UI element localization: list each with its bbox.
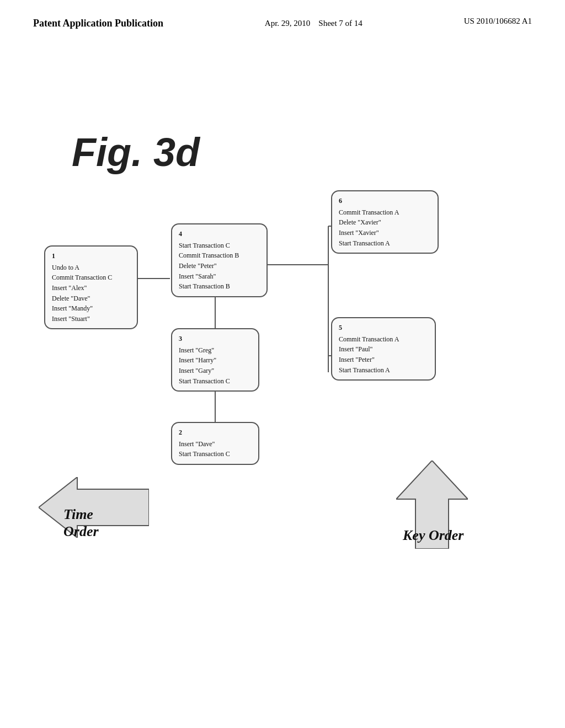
box-4: 4 Start Transaction C Commit Transaction… <box>171 223 268 297</box>
box-4-line-3: Delete "Peter" <box>179 261 260 271</box>
figure-label: Fig. 3d <box>72 130 200 175</box>
box-6-line-4: Start Transaction A <box>339 238 431 249</box>
patent-number: US 2010/106682 A1 <box>464 17 532 26</box>
box-4-line-5: Start Transaction B <box>179 281 260 292</box>
box-4-line-4: Insert "Sarah" <box>179 271 260 282</box>
box-5-number: 5 <box>339 323 428 333</box>
box-4-number: 4 <box>179 229 260 239</box>
box-2-number: 2 <box>179 427 252 438</box>
box-2-line-2: Start Transaction C <box>179 449 252 459</box>
box-1-number: 1 <box>52 251 130 261</box>
box-1-line-5: Insert "Mandy" <box>52 303 130 314</box>
box-5-line-2: Insert "Paul" <box>339 344 428 355</box>
box-3: 3 Insert "Greg" Insert "Harry" Insert "G… <box>171 328 259 392</box>
figure-content: Fig. 3d 1 Undo to A Commit Transact <box>0 41 565 676</box>
header-center: Apr. 29, 2010 Sheet 7 of 14 <box>265 17 363 30</box>
box-3-number: 3 <box>179 334 252 344</box>
box-2-line-1: Insert "Dave" <box>179 439 252 449</box>
sheet-info: Sheet 7 of 14 <box>318 19 363 28</box>
box-6: 6 Commit Transaction A Delete "Xavier" I… <box>331 190 439 254</box>
publication-date: Apr. 29, 2010 <box>265 19 311 28</box>
box-5-line-3: Insert "Peter" <box>339 355 428 365</box>
box-6-number: 6 <box>339 196 431 206</box>
box-1-line-6: Insert "Stuart" <box>52 314 130 324</box>
box-1-line-3: Insert "Alex" <box>52 283 130 293</box>
box-1-line-2: Commit Transaction C <box>52 272 130 283</box>
page-header: Patent Application Publication Apr. 29, … <box>0 0 565 30</box>
key-order-label: Key Order <box>403 527 463 544</box>
box-5-line-4: Start Transaction A <box>339 365 428 376</box>
box-5: 5 Commit Transaction A Insert "Paul" Ins… <box>331 317 436 381</box>
box-5-line-1: Commit Transaction A <box>339 334 428 345</box>
box-4-line-2: Commit Transaction B <box>179 250 260 261</box>
box-6-line-2: Delete "Xavier" <box>339 217 431 228</box>
box-3-line-1: Insert "Greg" <box>179 345 252 356</box>
time-order-label: TimeOrder <box>63 506 99 540</box>
box-2: 2 Insert "Dave" Start Transaction C <box>171 422 259 465</box>
box-3-line-2: Insert "Harry" <box>179 355 252 366</box>
publication-title: Patent Application Publication <box>33 17 163 30</box>
box-1: 1 Undo to A Commit Transaction C Insert … <box>44 245 138 329</box>
box-3-line-3: Insert "Gary" <box>179 366 252 376</box>
box-1-line-1: Undo to A <box>52 263 130 273</box>
box-1-line-4: Delete "Dave" <box>52 293 130 304</box>
box-4-line-1: Start Transaction C <box>179 240 260 251</box>
box-3-line-4: Start Transaction C <box>179 376 252 387</box>
box-6-line-1: Commit Transaction A <box>339 207 431 218</box>
box-6-line-3: Insert "Xavier" <box>339 228 431 238</box>
